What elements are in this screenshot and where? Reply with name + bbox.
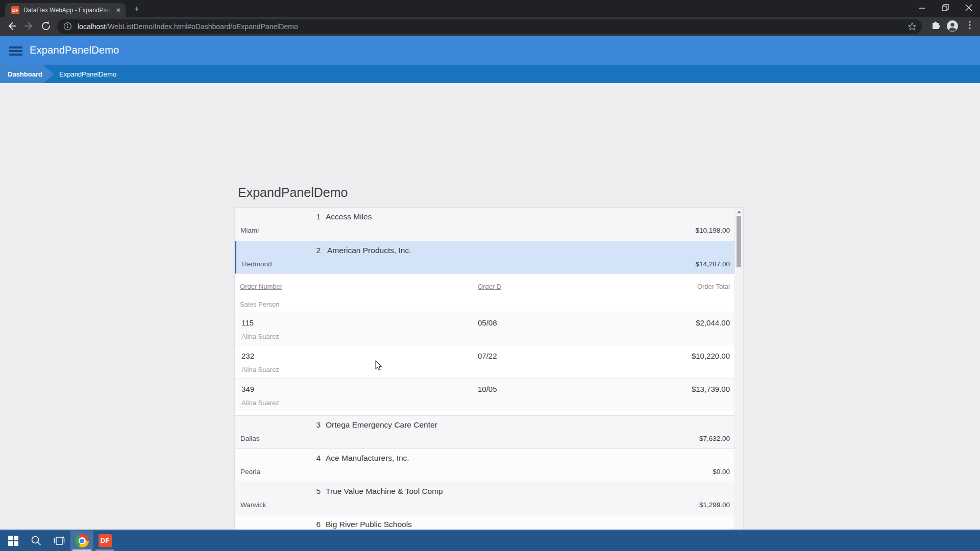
order-detail-panel: Order Number Order D Order Total Sales P…	[235, 273, 734, 415]
windows-taskbar: DF	[0, 530, 980, 551]
company-total: $10,198.00	[695, 227, 730, 234]
order-total: $13,739.00	[692, 385, 730, 393]
forward-button[interactable]	[23, 20, 37, 34]
order-number: 349	[241, 385, 254, 393]
url-host: localhost	[78, 22, 106, 31]
order-row[interactable]: 232 07/22 $10,220.00 Alina Suarez	[235, 345, 734, 378]
order-total: $10,220.00	[692, 352, 730, 360]
order-row[interactable]: 115 05/08 $2,044.00 Alina Suarez	[235, 312, 734, 345]
kebab-menu-icon	[965, 20, 975, 30]
back-button[interactable]	[6, 20, 19, 34]
dataflex-icon: DF	[99, 534, 112, 547]
start-button[interactable]	[2, 531, 24, 551]
search-icon	[31, 535, 42, 546]
company-row-selected[interactable]: 2 American Products, Inc. Redmond $14,28…	[235, 241, 734, 273]
task-view-button[interactable]	[47, 531, 70, 551]
browser-tab-bar: DF DataFlex WebApp - ExpandPanel	[0, 0, 980, 17]
company-name: Access Miles	[326, 212, 372, 221]
column-header-sales-person[interactable]: Sales Person	[240, 300, 279, 308]
url-path: /WebListDemo/Index.html#oDashboard/oExpa…	[106, 22, 298, 31]
restore-icon	[942, 4, 949, 11]
puzzle-icon	[930, 20, 941, 30]
browser-menu-button[interactable]	[965, 20, 978, 33]
mouse-cursor	[375, 360, 382, 371]
order-date: 05/08	[478, 318, 497, 327]
scroll-up-icon[interactable]	[737, 211, 741, 213]
company-city: Peoria	[240, 468, 260, 475]
page-title: ExpandPanelDemo	[238, 185, 348, 200]
column-header-order-number[interactable]: Order Number	[240, 283, 282, 290]
bookmark-star-icon[interactable]	[908, 22, 917, 31]
order-sales-person: Alina Suarez	[241, 333, 279, 340]
order-row[interactable]: 349 10/05 $13,739.00 Alina Suarez	[235, 378, 734, 411]
extensions-button[interactable]	[930, 20, 944, 33]
expand-panel-list: 1 Access Miles Miami $10,198.00 2 Americ…	[234, 207, 744, 531]
column-header-order-total[interactable]: Order Total	[697, 283, 730, 290]
browser-tab[interactable]: DF DataFlex WebApp - ExpandPanel	[5, 3, 126, 17]
order-sales-person: Alina Suarez	[241, 399, 279, 407]
breadcrumb: Dashboard ExpandPanelDemo	[0, 65, 980, 83]
hamburger-icon	[9, 46, 22, 48]
breadcrumb-item-current: ExpandPanelDemo	[59, 65, 116, 83]
company-row[interactable]: 5 True Value Machine & Tool Comp Warwick…	[235, 482, 734, 515]
taskbar-chrome-button[interactable]	[70, 531, 93, 551]
new-tab-button[interactable]	[131, 4, 143, 16]
company-total: $0.00	[713, 468, 730, 475]
taskbar-search-button[interactable]	[24, 531, 47, 551]
company-name: Ace Manufacturers, Inc.	[326, 454, 409, 463]
avatar-icon	[946, 20, 959, 32]
window-restore-button[interactable]	[935, 0, 955, 15]
company-name: Ortega Emergency Care Center	[326, 420, 437, 430]
browser-toolbar: localhost/WebListDemo/Index.html#oDashbo…	[0, 17, 980, 36]
company-name: American Products, Inc.	[327, 246, 411, 255]
company-number: 3	[235, 420, 321, 430]
company-number: 1	[235, 212, 321, 221]
site-info-icon[interactable]	[63, 22, 72, 31]
hamburger-menu-button[interactable]	[9, 46, 23, 55]
breadcrumb-item-dashboard[interactable]: Dashboard	[0, 65, 54, 83]
task-view-icon	[54, 535, 65, 546]
reload-button[interactable]	[40, 20, 54, 34]
profile-avatar[interactable]	[946, 20, 960, 33]
order-date: 10/05	[478, 385, 497, 393]
dataflex-favicon-icon: DF	[11, 6, 19, 14]
company-row[interactable]: 1 Access Miles Miami $10,198.00	[235, 208, 734, 241]
order-number: 115	[241, 318, 254, 327]
windows-logo-icon	[8, 536, 18, 546]
window-close-button[interactable]	[959, 0, 979, 15]
scrollbar-thumb[interactable]	[737, 216, 741, 267]
order-sales-person: Alina Suarez	[241, 366, 279, 373]
window-minimize-button[interactable]	[912, 0, 932, 15]
company-city: Redmond	[242, 260, 272, 268]
company-city: Miami	[240, 227, 259, 234]
company-total: $14,287.00	[695, 260, 730, 268]
tab-close-icon[interactable]	[114, 6, 122, 14]
url-bar[interactable]: localhost/WebListDemo/Index.html#oDashbo…	[57, 19, 922, 34]
page-content: ExpandPanelDemo 1 Access Miles Miami $10…	[0, 83, 980, 531]
url-text: localhost/WebListDemo/Index.html#oDashbo…	[78, 22, 298, 31]
company-name: True Value Machine & Tool Comp	[326, 487, 443, 496]
company-row[interactable]: 3 Ortega Emergency Care Center Dallas $7…	[235, 415, 734, 448]
order-total: $2,044.00	[696, 318, 730, 327]
column-header-order-date[interactable]: Order D	[478, 283, 501, 290]
company-total: $1,299.00	[699, 501, 730, 509]
company-row[interactable]: 4 Ace Manufacturers, Inc. Peoria $0.00	[235, 448, 734, 482]
forward-arrow-icon	[23, 20, 35, 32]
order-number: 232	[241, 352, 254, 360]
company-city: Dallas	[240, 435, 260, 442]
app-header: ExpandPanelDemo	[0, 36, 980, 65]
company-city: Warwick	[240, 501, 266, 509]
company-row[interactable]: 6 Big River Public Schools Salem $20,860…	[235, 515, 734, 531]
company-number: 4	[235, 454, 321, 463]
back-arrow-icon	[6, 20, 17, 32]
list-scrollbar[interactable]	[734, 208, 743, 531]
reload-icon	[40, 20, 52, 32]
taskbar-dataflex-button[interactable]: DF	[93, 531, 116, 551]
company-name: Big River Public Schools	[326, 520, 412, 529]
company-number: 6	[235, 520, 321, 529]
close-icon	[965, 4, 972, 11]
minimize-icon	[918, 4, 925, 11]
chrome-icon	[76, 534, 89, 547]
company-number: 2	[235, 246, 321, 255]
app-title: ExpandPanelDemo	[30, 44, 119, 56]
